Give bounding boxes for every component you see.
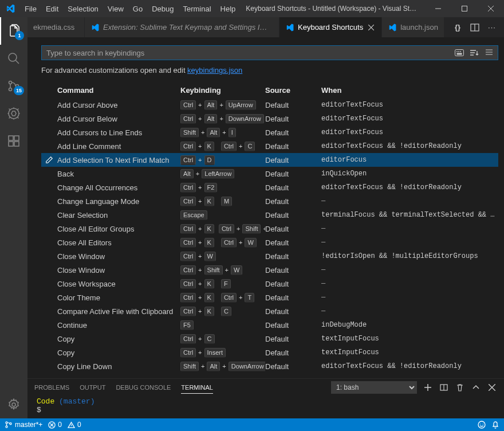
titlebar: File Edit Selection View Go Debug Termin… [0, 0, 504, 17]
table-row[interactable]: Clear SelectionEscapeDefaultterminalFocu… [41, 208, 498, 222]
menu-view[interactable]: View [103, 0, 128, 17]
table-row[interactable]: CopyCtrl+InsertDefaulttextInputFocus [41, 346, 498, 359]
row-command: Close All Editor Groups [57, 225, 180, 233]
panel-tab-problems[interactable]: PROBLEMS [34, 382, 69, 393]
row-command: Copy Line Down [57, 362, 180, 371]
row-keybinding: Ctrl+W [180, 252, 265, 261]
pencil-icon[interactable] [45, 156, 53, 164]
status-bar: master*+ 0 0 [0, 418, 504, 431]
menu-terminal[interactable]: Terminal [178, 0, 215, 17]
row-when: editorTextFocus && !editorReadonly [321, 362, 498, 370]
tab-extension-sublime[interactable]: Extension: Sublime Text Keymap and Setti… [85, 17, 279, 37]
table-row[interactable]: Compare Active File with ClipboardCtrl+K… [41, 304, 498, 318]
menu-debug[interactable]: Debug [147, 0, 178, 17]
terminal-select[interactable]: 1: bash [331, 381, 417, 394]
status-errors[interactable]: 0 [48, 421, 62, 429]
keybindings-json-link[interactable]: keybindings.json [187, 66, 242, 75]
table-row[interactable]: Close WorkspaceCtrl+KFDefault— [41, 277, 498, 291]
col-keybinding[interactable]: Keybinding [180, 86, 265, 95]
table-row[interactable]: Close All EditorsCtrl+KCtrl+WDefault— [41, 236, 498, 249]
menu-help[interactable]: Help [216, 0, 241, 17]
table-row[interactable]: Add Line CommentCtrl+KCtrl+CDefaultedito… [41, 139, 498, 153]
clear-icon[interactable] [483, 48, 495, 58]
status-bell[interactable] [491, 421, 499, 429]
panel-tab-output[interactable]: OUTPUT [80, 382, 105, 393]
row-source: Default [265, 170, 321, 178]
activity-search[interactable] [0, 45, 27, 72]
table-row[interactable]: ContinueF5DefaultinDebugMode [41, 318, 498, 332]
tab-ekmedia-css[interactable]: ekmedia.css [27, 17, 85, 37]
menu-go[interactable]: Go [128, 0, 147, 17]
row-command: Add Selection To Next Find Match [57, 156, 180, 164]
row-when: inQuickOpen [321, 170, 498, 178]
maximize-button[interactable] [451, 0, 478, 17]
close-panel-icon[interactable] [487, 382, 497, 393]
menu-file[interactable]: File [20, 0, 41, 17]
table-body[interactable]: Add Cursor AboveCtrl+Alt+UpArrowDefaulte… [41, 98, 498, 378]
sort-icon[interactable] [468, 48, 480, 58]
maximize-panel-icon[interactable] [471, 382, 481, 393]
col-source[interactable]: Source [265, 86, 321, 95]
svg-point-19 [6, 426, 7, 428]
split-terminal-icon[interactable] [439, 382, 449, 393]
svg-rect-6 [9, 136, 13, 140]
menu-edit[interactable]: Edit [41, 0, 63, 17]
explorer-badge: 1 [15, 31, 24, 40]
panel-tab-debug-console[interactable]: DEBUG CONSOLE [116, 382, 171, 393]
table-row[interactable]: Close WindowCtrl+Shift+WDefault— [41, 263, 498, 277]
vscode-logo [0, 4, 20, 13]
table-row[interactable]: Close All Editor GroupsCtrl+KCtrl+Shift+… [41, 222, 498, 236]
table-row[interactable]: Add Cursors to Line EndsShift+Alt+IDefau… [41, 126, 498, 139]
row-source: Default [265, 211, 321, 220]
table-row[interactable]: Copy Line DownShift+Alt+DownArrowDefault… [41, 359, 498, 373]
tab-launch-json[interactable]: launch.json [382, 17, 444, 37]
row-command: Copy [57, 348, 180, 357]
tab-keyboard-shortcuts[interactable]: Keyboard Shortcuts [279, 17, 382, 37]
table-row[interactable]: Close WindowCtrl+WDefault!editorIsOpen &… [41, 249, 498, 263]
svg-point-2 [9, 81, 12, 84]
close-button[interactable] [478, 0, 504, 17]
status-feedback[interactable] [478, 421, 486, 429]
table-row[interactable]: Add Cursor AboveCtrl+Alt+UpArrowDefaulte… [41, 98, 498, 112]
search-input[interactable] [41, 45, 498, 60]
record-keys-icon[interactable] [454, 48, 465, 58]
table-row[interactable]: BackAlt+LeftArrowDefaultinQuickOpen [41, 167, 498, 181]
status-warnings[interactable]: 0 [68, 421, 81, 429]
split-editor-icon[interactable] [468, 21, 481, 34]
col-when[interactable]: When [321, 86, 498, 95]
table-row[interactable]: Change All OccurrencesCtrl+F2Defaultedit… [41, 181, 498, 194]
terminal-body[interactable]: Code (master) $ [27, 396, 504, 418]
activity-scm[interactable]: 15 [0, 72, 27, 100]
activity-extensions[interactable] [0, 127, 27, 155]
row-keybinding: Ctrl+C [180, 334, 265, 344]
row-when: !editorIsOpen && !multipleEditorGroups [321, 252, 498, 260]
activity-explorer[interactable]: 1 [0, 17, 27, 45]
more-icon[interactable]: ··· [486, 21, 498, 34]
close-icon[interactable] [367, 23, 376, 32]
key: W [231, 265, 242, 275]
table-row[interactable]: CopyCtrl+CDefaulttextInputFocus [41, 332, 498, 346]
key: Alt [207, 362, 220, 371]
row-when: — [321, 280, 498, 288]
minimize-button[interactable] [425, 0, 451, 17]
key: Ctrl [180, 183, 196, 193]
panel-tab-terminal[interactable]: TERMINAL [181, 382, 213, 394]
menu-selection[interactable]: Selection [63, 0, 103, 17]
key: M [221, 197, 232, 206]
table-row[interactable]: Color ThemeCtrl+KCtrl+TDefault— [41, 291, 498, 304]
row-when: editorFocus [321, 156, 498, 164]
kill-terminal-icon[interactable] [455, 382, 465, 393]
table-row[interactable]: Add Cursor BelowCtrl+Alt+DownArrowDefaul… [41, 112, 498, 126]
key: D [204, 155, 215, 165]
key: Ctrl [180, 142, 196, 151]
new-terminal-icon[interactable] [423, 382, 433, 393]
activity-settings[interactable] [0, 391, 27, 418]
status-branch[interactable]: master*+ [5, 421, 42, 429]
table-row[interactable]: Add Selection To Next Find MatchCtrl+DDe… [41, 153, 498, 167]
tab-label: Extension: Sublime Text Keymap and Setti… [103, 23, 273, 32]
key: Shift [242, 224, 261, 234]
col-command[interactable]: Command [57, 86, 180, 95]
activity-debug[interactable] [0, 100, 27, 127]
table-row[interactable]: Change Language ModeCtrl+KMDefault— [41, 194, 498, 208]
braces-icon[interactable]: {} [451, 21, 464, 34]
